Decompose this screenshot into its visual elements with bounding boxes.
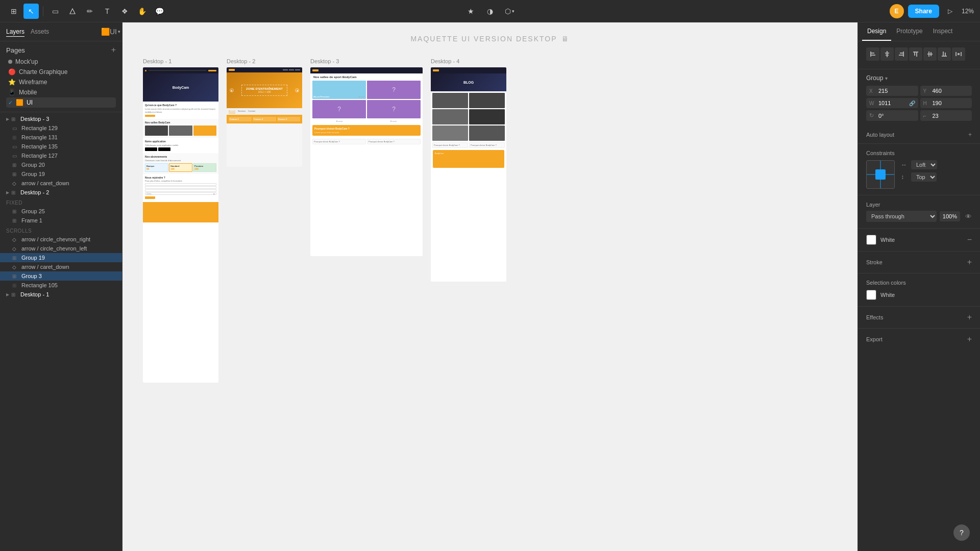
layer-item-desktop3[interactable]: ▶ ⊞ Desktop - 3 xyxy=(0,114,122,123)
page-icon-btn[interactable]: 🟧 UI ▾ xyxy=(106,27,116,37)
grid-tool-btn[interactable]: ⊞ xyxy=(6,4,21,19)
link-icon[interactable]: 🔗 xyxy=(909,101,915,106)
auto-layout-add-btn[interactable]: + xyxy=(968,131,972,138)
fill-remove-btn[interactable]: − xyxy=(967,235,972,244)
frame-icon4: ⊞ xyxy=(11,292,18,297)
layer-item-desktop1[interactable]: ▶ ⊞ Desktop - 1 xyxy=(0,290,122,299)
layer-item-rect127[interactable]: ▭ Rectangle 127 xyxy=(0,151,122,160)
d2-f1-text: Feature 1 xyxy=(230,118,251,120)
layer-item-rect129[interactable]: ▭ Rectangle 129 xyxy=(0,123,122,133)
move-tool-btn[interactable]: ↖ xyxy=(23,4,39,19)
desktop4-preview[interactable]: BLOG Pourquoi choisir BodyCam xyxy=(431,67,506,282)
layer-item-group19a[interactable]: ⊞ Group 19 xyxy=(0,169,122,179)
component-tool-btn[interactable]: ❖ xyxy=(117,4,132,19)
layer-label: Desktop - 2 xyxy=(20,189,49,195)
canvas[interactable]: MAQUETTE UI VERSION DESKTOP 🖥 Desktop - … xyxy=(122,22,857,551)
add-page-btn[interactable]: + xyxy=(111,45,116,55)
align-middle-v-btn[interactable] xyxy=(923,47,937,61)
share-button[interactable]: Share xyxy=(908,5,939,18)
layer-item-rect131[interactable]: ⊞ Rectangle 131 xyxy=(0,133,122,142)
group-icon1: ⊞ xyxy=(12,162,19,168)
page-item-wireframe[interactable]: ⭐ Wireframe xyxy=(6,77,116,87)
layer-item-arrow-right[interactable]: ◇ arrow / circle_chevron_right xyxy=(0,235,122,244)
pen-tool-btn[interactable]: ✏ xyxy=(82,4,97,19)
comment-tool-btn[interactable]: 💬 xyxy=(152,4,167,19)
align-bottom-btn[interactable] xyxy=(938,47,951,61)
w-label: W xyxy=(869,101,876,106)
effects-add-btn[interactable]: + xyxy=(967,313,972,322)
star-icon-btn[interactable]: ★ xyxy=(463,4,478,19)
export-add-btn[interactable]: + xyxy=(967,335,972,344)
align-right-btn[interactable] xyxy=(895,47,908,61)
page-item-charte[interactable]: 🔴 Charte Graphique xyxy=(6,67,116,77)
layer-item-arrow-left[interactable]: ◇ arrow / circle_chevron_left xyxy=(0,244,122,253)
layer-item-group20[interactable]: ⊞ Group 20 xyxy=(0,160,122,169)
fixed-section-label: FIXED xyxy=(0,197,122,207)
d2-feature1: Feature 1 xyxy=(229,117,252,121)
layer-item-frame1[interactable]: ⊞ Frame 1 xyxy=(0,216,122,225)
rotation-field[interactable]: ↻ 0° xyxy=(866,110,918,121)
page-label-text: UI xyxy=(110,28,117,36)
layer-item-group19b[interactable]: ⊞ Group 19 xyxy=(0,253,122,262)
desktop1-preview[interactable]: BodyCam Qu'est-ce que BodyCam ? Lorem ip… xyxy=(143,67,218,383)
page-item-ui[interactable]: ✓ 🟧 UI xyxy=(6,97,116,108)
layers-menu-btn[interactable]: ⬡▾ xyxy=(502,4,517,19)
opacity-value: 100% xyxy=(940,211,960,221)
prototype-tab[interactable]: Prototype xyxy=(891,22,927,41)
w-field[interactable]: W 1011 🔗 xyxy=(866,98,918,108)
desktop3-preview[interactable]: Nos salles de sport BodyCam Aix-en-Prove… xyxy=(310,67,423,256)
desktop2-preview[interactable]: ZONE D'ENTRAÎNEMENT 1011 × 190 ◐ ◑ Accue… xyxy=(227,67,302,167)
arrow-icon3: ◇ xyxy=(12,246,19,252)
blend-mode-select[interactable]: Pass through xyxy=(866,211,937,222)
export-title: Export xyxy=(866,336,883,342)
layer-item-group25[interactable]: ⊞ Group 25 xyxy=(0,207,122,216)
help-button[interactable]: ? xyxy=(953,524,970,541)
constraint-v-select[interactable]: Top xyxy=(911,172,937,182)
avatar-btn[interactable]: E xyxy=(890,4,904,18)
constraint-h-icon: ↔ xyxy=(901,161,908,168)
distribute-h-btn[interactable] xyxy=(952,47,965,61)
inspect-tab[interactable]: Inspect xyxy=(928,22,958,41)
h-field[interactable]: H 190 xyxy=(920,98,972,108)
hand-tool-btn[interactable]: ✋ xyxy=(134,4,150,19)
frame-tool-btn[interactable]: ▭ xyxy=(47,4,63,19)
align-left-btn[interactable] xyxy=(866,47,879,61)
auto-layout-label: Auto layout xyxy=(866,132,894,138)
layers-tab[interactable]: Layers xyxy=(6,27,24,37)
layer-item-desktop2[interactable]: ▶ ⊞ Desktop - 2 xyxy=(0,188,122,197)
sel-color-swatch[interactable] xyxy=(866,290,876,300)
design-tab[interactable]: Design xyxy=(862,22,891,41)
layer-item-group3[interactable]: ⊞ Group 3 xyxy=(0,271,122,281)
x-field[interactable]: X 215 xyxy=(866,86,918,96)
fill-color-swatch[interactable] xyxy=(866,235,876,245)
layer-label: Group 25 xyxy=(21,208,45,214)
x-label: X xyxy=(869,88,876,94)
zoom-level[interactable]: 12% xyxy=(962,8,974,15)
align-center-h-btn[interactable] xyxy=(880,47,894,61)
layer-item-rect135[interactable]: ▭ Rectangle 135 xyxy=(0,142,122,151)
align-top-btn[interactable] xyxy=(909,47,922,61)
assets-tab[interactable]: Assets xyxy=(31,27,49,36)
visibility-toggle[interactable]: 👁 xyxy=(965,213,972,220)
pages-title: Pages xyxy=(6,46,25,54)
constraint-h-select[interactable]: Loft xyxy=(911,160,937,169)
shape-tool-btn[interactable] xyxy=(65,4,80,19)
stroke-add-btn[interactable]: + xyxy=(967,258,972,267)
layer-item-arrow-caret2[interactable]: ◇ arrow / caret_down xyxy=(0,262,122,271)
d1-contact-title: Nous rejoindre ? xyxy=(145,176,216,179)
corner-field[interactable]: ⌐ 23 xyxy=(920,110,972,121)
play-button[interactable]: ▷ xyxy=(943,4,958,18)
auto-layout-row: Auto layout + xyxy=(858,126,980,144)
text-tool-btn[interactable]: T xyxy=(100,4,115,19)
y-field[interactable]: Y 460 xyxy=(920,86,972,96)
svg-rect-4 xyxy=(885,53,889,54)
contrast-icon-btn[interactable]: ◑ xyxy=(482,4,498,19)
page-item-mockup[interactable]: Mock'up xyxy=(6,57,116,67)
xywh-section: X 215 Y 460 W 1011 🔗 H 190 ↻ xyxy=(858,84,980,126)
d2-tabs: Accueil Services Contact xyxy=(227,108,302,115)
arrow-icon4: ◇ xyxy=(12,264,19,270)
page-item-mobile[interactable]: 📱 Mobile xyxy=(6,87,116,97)
layer-item-arrow-caret1[interactable]: ◇ arrow / caret_down xyxy=(0,179,122,188)
constraints-title: Constraints xyxy=(866,150,972,156)
layer-item-rect105[interactable]: ⊞ Rectangle 105 xyxy=(0,281,122,290)
